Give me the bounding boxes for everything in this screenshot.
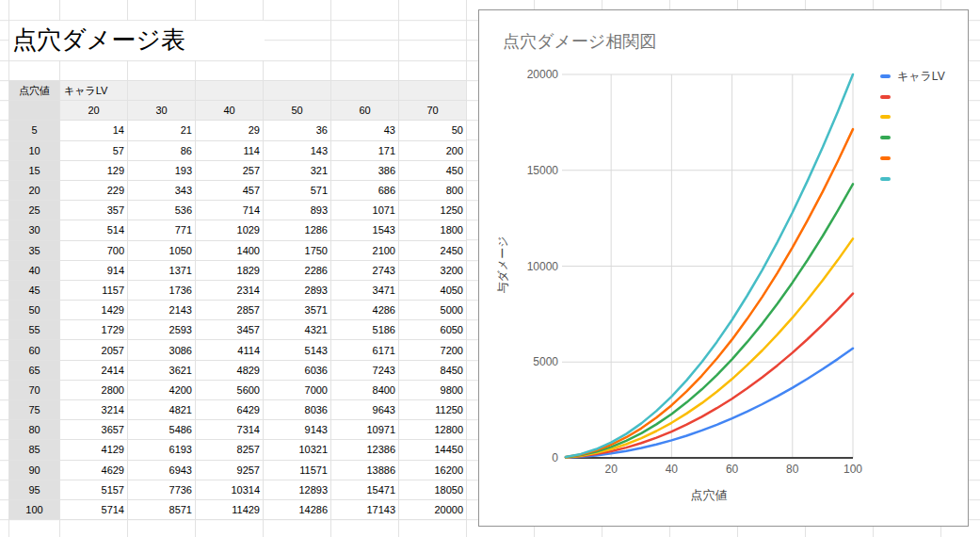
- damage-value-cell[interactable]: 14450: [399, 440, 467, 460]
- damage-value-cell[interactable]: 4114: [196, 340, 264, 360]
- damage-value-cell[interactable]: 11571: [264, 460, 331, 480]
- damage-value-cell[interactable]: 17143: [331, 499, 399, 519]
- sheet-title-cell[interactable]: 点穴ダメージ表: [9, 21, 265, 60]
- damage-value-cell[interactable]: 2743: [331, 260, 399, 280]
- damage-value-cell[interactable]: 1029: [196, 220, 264, 240]
- level-header-cell[interactable]: 20: [60, 101, 128, 121]
- empty-corner-cell[interactable]: [9, 101, 60, 121]
- damage-value-cell[interactable]: 5486: [128, 420, 196, 440]
- damage-value-cell[interactable]: 21: [128, 121, 196, 140]
- empty-header-cell[interactable]: [399, 81, 467, 101]
- damage-value-cell[interactable]: 1286: [264, 220, 331, 240]
- point-value-cell[interactable]: 5: [9, 121, 60, 140]
- damage-value-cell[interactable]: 12386: [331, 440, 399, 460]
- damage-value-cell[interactable]: 450: [399, 160, 467, 180]
- damage-value-cell[interactable]: 771: [128, 220, 196, 240]
- damage-value-cell[interactable]: 10971: [331, 420, 399, 440]
- damage-value-cell[interactable]: 16200: [399, 460, 467, 480]
- damage-value-cell[interactable]: 1750: [264, 240, 331, 260]
- damage-value-cell[interactable]: 686: [331, 180, 399, 200]
- point-value-cell[interactable]: 25: [9, 201, 60, 220]
- damage-value-cell[interactable]: 1429: [60, 301, 128, 320]
- damage-value-cell[interactable]: 129: [60, 160, 128, 180]
- damage-value-cell[interactable]: 13886: [331, 460, 399, 480]
- damage-value-cell[interactable]: 14286: [264, 499, 331, 519]
- damage-value-cell[interactable]: 20000: [399, 499, 467, 519]
- damage-value-cell[interactable]: 6171: [331, 340, 399, 360]
- damage-value-cell[interactable]: 343: [128, 180, 196, 200]
- damage-value-cell[interactable]: 2057: [60, 340, 128, 360]
- damage-value-cell[interactable]: 229: [60, 180, 128, 200]
- damage-value-cell[interactable]: 8571: [128, 499, 196, 519]
- damage-value-cell[interactable]: 1157: [60, 280, 128, 300]
- damage-value-cell[interactable]: 11429: [196, 499, 264, 519]
- damage-value-cell[interactable]: 7000: [264, 380, 331, 399]
- point-value-cell[interactable]: 65: [9, 360, 60, 380]
- point-value-cell[interactable]: 60: [9, 340, 60, 360]
- point-value-cell[interactable]: 50: [9, 301, 60, 320]
- damage-value-cell[interactable]: 6050: [399, 320, 467, 340]
- damage-value-cell[interactable]: 9143: [264, 420, 331, 440]
- point-value-cell[interactable]: 55: [9, 320, 60, 340]
- damage-value-cell[interactable]: 4200: [128, 380, 196, 399]
- damage-value-cell[interactable]: 36: [264, 121, 331, 140]
- damage-value-cell[interactable]: 2414: [60, 360, 128, 380]
- damage-value-cell[interactable]: 9643: [331, 400, 399, 420]
- damage-value-cell[interactable]: 3086: [128, 340, 196, 360]
- point-value-cell[interactable]: 90: [9, 460, 60, 480]
- damage-value-cell[interactable]: 1250: [399, 201, 467, 220]
- point-value-cell[interactable]: 80: [9, 420, 60, 440]
- damage-value-cell[interactable]: 2800: [60, 380, 128, 399]
- damage-value-cell[interactable]: 4829: [196, 360, 264, 380]
- level-header-cell[interactable]: 60: [331, 101, 399, 121]
- damage-value-cell[interactable]: 457: [196, 180, 264, 200]
- damage-value-cell[interactable]: 4286: [331, 301, 399, 320]
- damage-value-cell[interactable]: 3457: [196, 320, 264, 340]
- damage-value-cell[interactable]: 321: [264, 160, 331, 180]
- point-value-cell[interactable]: 30: [9, 220, 60, 240]
- damage-value-cell[interactable]: 8257: [196, 440, 264, 460]
- damage-value-cell[interactable]: 1729: [60, 320, 128, 340]
- empty-header-cell[interactable]: [196, 81, 264, 101]
- damage-value-cell[interactable]: 5186: [331, 320, 399, 340]
- damage-value-cell[interactable]: 2314: [196, 280, 264, 300]
- point-value-cell[interactable]: 70: [9, 380, 60, 399]
- damage-value-cell[interactable]: 15471: [331, 480, 399, 499]
- damage-value-cell[interactable]: 4321: [264, 320, 331, 340]
- damage-value-cell[interactable]: 9800: [399, 380, 467, 399]
- damage-value-cell[interactable]: 1800: [399, 220, 467, 240]
- point-value-cell[interactable]: 85: [9, 440, 60, 460]
- damage-value-cell[interactable]: 700: [60, 240, 128, 260]
- damage-value-cell[interactable]: 3471: [331, 280, 399, 300]
- damage-value-cell[interactable]: 50: [399, 121, 467, 140]
- damage-value-cell[interactable]: 6036: [264, 360, 331, 380]
- point-value-cell[interactable]: 15: [9, 160, 60, 180]
- damage-value-cell[interactable]: 3571: [264, 301, 331, 320]
- damage-value-cell[interactable]: 8450: [399, 360, 467, 380]
- level-header-cell[interactable]: 30: [128, 101, 196, 121]
- group-header-cell[interactable]: キャラLV: [60, 81, 128, 101]
- damage-value-cell[interactable]: 6193: [128, 440, 196, 460]
- damage-value-cell[interactable]: 914: [60, 260, 128, 280]
- damage-value-cell[interactable]: 10314: [196, 480, 264, 499]
- point-value-cell[interactable]: 75: [9, 400, 60, 420]
- damage-value-cell[interactable]: 536: [128, 201, 196, 220]
- damage-value-cell[interactable]: 7243: [331, 360, 399, 380]
- damage-value-cell[interactable]: 1050: [128, 240, 196, 260]
- damage-value-cell[interactable]: 200: [399, 140, 467, 160]
- point-value-cell[interactable]: 95: [9, 480, 60, 499]
- damage-value-cell[interactable]: 4129: [60, 440, 128, 460]
- damage-value-cell[interactable]: 4629: [60, 460, 128, 480]
- damage-value-cell[interactable]: 800: [399, 180, 467, 200]
- damage-value-cell[interactable]: 4050: [399, 280, 467, 300]
- damage-value-cell[interactable]: 193: [128, 160, 196, 180]
- damage-value-cell[interactable]: 1400: [196, 240, 264, 260]
- damage-value-cell[interactable]: 3657: [60, 420, 128, 440]
- damage-value-cell[interactable]: 9257: [196, 460, 264, 480]
- damage-value-cell[interactable]: 357: [60, 201, 128, 220]
- corner-header-cell[interactable]: 点穴値: [9, 81, 60, 101]
- damage-value-cell[interactable]: 2143: [128, 301, 196, 320]
- damage-value-cell[interactable]: 8400: [331, 380, 399, 399]
- chart-panel[interactable]: 点穴ダメージ相関図 050001000015000200002040608010…: [478, 9, 969, 527]
- damage-value-cell[interactable]: 7314: [196, 420, 264, 440]
